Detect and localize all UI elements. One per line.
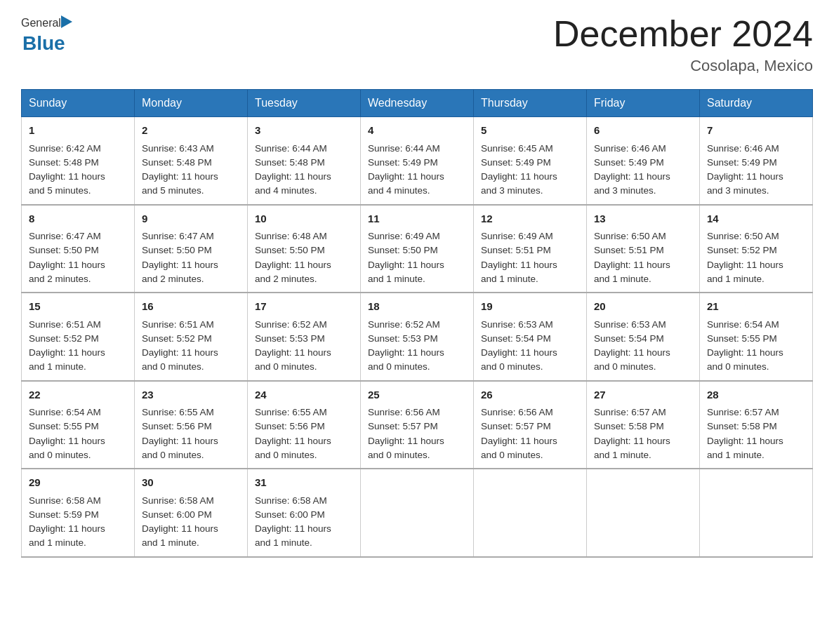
day-info: Sunrise: 6:58 AMSunset: 6:00 PMDaylight:…	[255, 494, 353, 551]
calendar-cell: 19Sunrise: 6:53 AMSunset: 5:54 PMDayligh…	[474, 293, 587, 381]
day-number: 14	[707, 211, 805, 227]
day-info: Sunrise: 6:57 AMSunset: 5:58 PMDaylight:…	[594, 405, 692, 462]
col-header-thursday: Thursday	[474, 90, 587, 117]
week-row-4: 22Sunrise: 6:54 AMSunset: 5:55 PMDayligh…	[22, 381, 813, 469]
day-info: Sunrise: 6:56 AMSunset: 5:57 PMDaylight:…	[481, 405, 579, 462]
calendar-cell: 28Sunrise: 6:57 AMSunset: 5:58 PMDayligh…	[700, 381, 813, 469]
week-row-5: 29Sunrise: 6:58 AMSunset: 5:59 PMDayligh…	[22, 469, 813, 557]
day-number: 12	[481, 211, 579, 227]
day-number: 7	[707, 123, 805, 139]
month-title: December 2024	[553, 14, 813, 54]
calendar-cell: 7Sunrise: 6:46 AMSunset: 5:49 PMDaylight…	[700, 117, 813, 205]
day-number: 9	[142, 211, 240, 227]
day-info: Sunrise: 6:57 AMSunset: 5:58 PMDaylight:…	[707, 405, 805, 462]
day-number: 4	[368, 123, 466, 139]
day-number: 1	[29, 123, 127, 139]
day-info: Sunrise: 6:43 AMSunset: 5:48 PMDaylight:…	[142, 142, 240, 199]
day-info: Sunrise: 6:42 AMSunset: 5:48 PMDaylight:…	[29, 142, 127, 199]
day-number: 5	[481, 123, 579, 139]
calendar-cell: 23Sunrise: 6:55 AMSunset: 5:56 PMDayligh…	[135, 381, 248, 469]
day-info: Sunrise: 6:47 AMSunset: 5:50 PMDaylight:…	[142, 229, 240, 286]
calendar-cell: 15Sunrise: 6:51 AMSunset: 5:52 PMDayligh…	[22, 293, 135, 381]
col-header-friday: Friday	[587, 90, 700, 117]
col-header-monday: Monday	[135, 90, 248, 117]
calendar-cell: 8Sunrise: 6:47 AMSunset: 5:50 PMDaylight…	[22, 205, 135, 293]
day-number: 30	[142, 475, 240, 491]
calendar-cell: 21Sunrise: 6:54 AMSunset: 5:55 PMDayligh…	[700, 293, 813, 381]
title-section: December 2024 Cosolapa, Mexico	[553, 14, 813, 75]
day-number: 16	[142, 299, 240, 315]
day-number: 31	[255, 475, 353, 491]
calendar-cell: 20Sunrise: 6:53 AMSunset: 5:54 PMDayligh…	[587, 293, 700, 381]
calendar-cell: 29Sunrise: 6:58 AMSunset: 5:59 PMDayligh…	[22, 469, 135, 557]
calendar-cell: 6Sunrise: 6:46 AMSunset: 5:49 PMDaylight…	[587, 117, 700, 205]
day-info: Sunrise: 6:55 AMSunset: 5:56 PMDaylight:…	[142, 405, 240, 462]
day-info: Sunrise: 6:56 AMSunset: 5:57 PMDaylight:…	[368, 405, 466, 462]
calendar-cell: 9Sunrise: 6:47 AMSunset: 5:50 PMDaylight…	[135, 205, 248, 293]
day-info: Sunrise: 6:51 AMSunset: 5:52 PMDaylight:…	[29, 318, 127, 375]
calendar-cell: 22Sunrise: 6:54 AMSunset: 5:55 PMDayligh…	[22, 381, 135, 469]
day-info: Sunrise: 6:47 AMSunset: 5:50 PMDaylight:…	[29, 229, 127, 286]
day-info: Sunrise: 6:50 AMSunset: 5:52 PMDaylight:…	[707, 229, 805, 286]
calendar-cell: 30Sunrise: 6:58 AMSunset: 6:00 PMDayligh…	[135, 469, 248, 557]
day-info: Sunrise: 6:44 AMSunset: 5:49 PMDaylight:…	[368, 142, 466, 199]
day-info: Sunrise: 6:53 AMSunset: 5:54 PMDaylight:…	[481, 318, 579, 375]
day-number: 25	[368, 387, 466, 403]
logo-blue-text: Blue	[22, 32, 65, 55]
day-info: Sunrise: 6:50 AMSunset: 5:51 PMDaylight:…	[594, 229, 692, 286]
logo: General Blue	[21, 14, 75, 55]
col-header-sunday: Sunday	[22, 90, 135, 117]
week-row-2: 8Sunrise: 6:47 AMSunset: 5:50 PMDaylight…	[22, 205, 813, 293]
day-number: 27	[594, 387, 692, 403]
calendar-cell: 16Sunrise: 6:51 AMSunset: 5:52 PMDayligh…	[135, 293, 248, 381]
day-info: Sunrise: 6:45 AMSunset: 5:49 PMDaylight:…	[481, 142, 579, 199]
week-row-1: 1Sunrise: 6:42 AMSunset: 5:48 PMDaylight…	[22, 117, 813, 205]
calendar-cell	[474, 469, 587, 557]
calendar-cell	[361, 469, 474, 557]
day-info: Sunrise: 6:49 AMSunset: 5:51 PMDaylight:…	[481, 229, 579, 286]
calendar-cell: 2Sunrise: 6:43 AMSunset: 5:48 PMDaylight…	[135, 117, 248, 205]
logo-arrow-icon	[61, 14, 74, 32]
col-header-saturday: Saturday	[700, 90, 813, 117]
day-number: 20	[594, 299, 692, 315]
day-number: 6	[594, 123, 692, 139]
svg-marker-0	[61, 15, 72, 28]
calendar-cell: 14Sunrise: 6:50 AMSunset: 5:52 PMDayligh…	[700, 205, 813, 293]
day-number: 19	[481, 299, 579, 315]
calendar-cell: 26Sunrise: 6:56 AMSunset: 5:57 PMDayligh…	[474, 381, 587, 469]
day-number: 28	[707, 387, 805, 403]
calendar-cell: 10Sunrise: 6:48 AMSunset: 5:50 PMDayligh…	[248, 205, 361, 293]
day-number: 26	[481, 387, 579, 403]
calendar-cell: 24Sunrise: 6:55 AMSunset: 5:56 PMDayligh…	[248, 381, 361, 469]
col-header-wednesday: Wednesday	[361, 90, 474, 117]
calendar-cell: 13Sunrise: 6:50 AMSunset: 5:51 PMDayligh…	[587, 205, 700, 293]
calendar-cell: 31Sunrise: 6:58 AMSunset: 6:00 PMDayligh…	[248, 469, 361, 557]
day-info: Sunrise: 6:52 AMSunset: 5:53 PMDaylight:…	[368, 318, 466, 375]
calendar-cell: 3Sunrise: 6:44 AMSunset: 5:48 PMDaylight…	[248, 117, 361, 205]
calendar-cell: 11Sunrise: 6:49 AMSunset: 5:50 PMDayligh…	[361, 205, 474, 293]
day-info: Sunrise: 6:49 AMSunset: 5:50 PMDaylight:…	[368, 229, 466, 286]
day-info: Sunrise: 6:46 AMSunset: 5:49 PMDaylight:…	[707, 142, 805, 199]
calendar-cell: 12Sunrise: 6:49 AMSunset: 5:51 PMDayligh…	[474, 205, 587, 293]
calendar-cell: 25Sunrise: 6:56 AMSunset: 5:57 PMDayligh…	[361, 381, 474, 469]
day-number: 24	[255, 387, 353, 403]
day-info: Sunrise: 6:54 AMSunset: 5:55 PMDaylight:…	[29, 405, 127, 462]
day-number: 29	[29, 475, 127, 491]
calendar-cell: 4Sunrise: 6:44 AMSunset: 5:49 PMDaylight…	[361, 117, 474, 205]
day-number: 13	[594, 211, 692, 227]
calendar-cell: 18Sunrise: 6:52 AMSunset: 5:53 PMDayligh…	[361, 293, 474, 381]
day-info: Sunrise: 6:58 AMSunset: 6:00 PMDaylight:…	[142, 494, 240, 551]
day-number: 21	[707, 299, 805, 315]
day-number: 2	[142, 123, 240, 139]
day-info: Sunrise: 6:44 AMSunset: 5:48 PMDaylight:…	[255, 142, 353, 199]
day-info: Sunrise: 6:48 AMSunset: 5:50 PMDaylight:…	[255, 229, 353, 286]
calendar-cell: 1Sunrise: 6:42 AMSunset: 5:48 PMDaylight…	[22, 117, 135, 205]
day-info: Sunrise: 6:53 AMSunset: 5:54 PMDaylight:…	[594, 318, 692, 375]
logo-general-text: General	[21, 17, 61, 29]
calendar-cell: 27Sunrise: 6:57 AMSunset: 5:58 PMDayligh…	[587, 381, 700, 469]
header-row: SundayMondayTuesdayWednesdayThursdayFrid…	[22, 90, 813, 117]
day-info: Sunrise: 6:46 AMSunset: 5:49 PMDaylight:…	[594, 142, 692, 199]
calendar-cell	[587, 469, 700, 557]
col-header-tuesday: Tuesday	[248, 90, 361, 117]
calendar-cell: 17Sunrise: 6:52 AMSunset: 5:53 PMDayligh…	[248, 293, 361, 381]
